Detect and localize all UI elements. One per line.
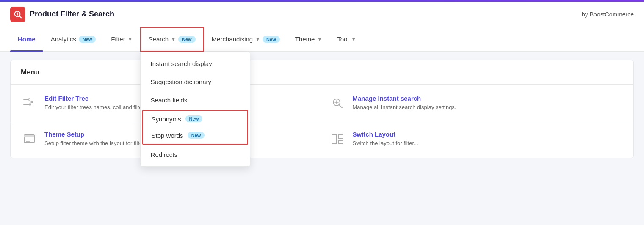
- nav-label-search: Search: [149, 36, 169, 43]
- nav-item-search[interactable]: Search ▼ New: [140, 27, 204, 52]
- filter-tree-icon: [21, 95, 38, 112]
- top-bar-left: Product Filter & Search: [10, 7, 114, 22]
- theme-setup-title[interactable]: Theme Setup: [44, 131, 149, 138]
- nav-search-wrapper: Search ▼ New Instant search display Sugg…: [140, 27, 204, 52]
- synonyms-label: Synonyms: [152, 115, 181, 123]
- svg-point-7: [28, 99, 30, 100]
- search-dropdown: Instant search display Suggestion dictio…: [140, 52, 250, 167]
- theme-setup-icon: [21, 131, 38, 148]
- nav-item-filter[interactable]: Filter ▼: [103, 27, 140, 52]
- svg-rect-18: [332, 134, 337, 144]
- dropdown-item-redirects[interactable]: Redirects: [141, 145, 250, 164]
- app-logo: [10, 7, 25, 22]
- top-bar: Product Filter & Search by BoostCommerce: [0, 2, 644, 27]
- menu-item-switch-layout: Switch Layout Switch the layout for filt…: [329, 131, 624, 148]
- nav-label-analytics: Analytics: [51, 36, 76, 43]
- theme-setup-desc: Setup filter theme with the layout for f…: [44, 140, 149, 147]
- main-content: Menu Edit Filter Tree Edit your f: [0, 60, 644, 158]
- nav-item-merchandising[interactable]: Merchandising ▼ New: [204, 27, 287, 52]
- merchandising-chevron-icon: ▼: [255, 37, 260, 42]
- theme-chevron-icon: ▼: [317, 37, 322, 42]
- svg-line-11: [339, 105, 342, 108]
- byline: by BoostCommerce: [582, 11, 634, 18]
- menu-card-body-2: Theme Setup Setup filter theme with the …: [11, 122, 633, 158]
- synonyms-badge: New: [185, 115, 203, 122]
- switch-layout-title[interactable]: Switch Layout: [353, 131, 418, 138]
- dropdown-item-suggestion-dictionary[interactable]: Suggestion dictionary: [141, 73, 250, 91]
- switch-layout-icon: [329, 131, 346, 148]
- stop-words-badge: New: [188, 132, 205, 139]
- svg-rect-5: [23, 102, 31, 102]
- svg-rect-4: [23, 99, 28, 100]
- menu-item-manage-instant-search: Manage Instant search Manage all Instant…: [329, 95, 624, 112]
- svg-rect-15: [24, 135, 34, 137]
- svg-point-8: [31, 101, 33, 103]
- dropdown-item-synonyms[interactable]: Synonyms New: [143, 111, 247, 127]
- manage-instant-search-desc: Manage all Instant search display settin…: [353, 104, 456, 111]
- suggestion-dictionary-label: Suggestion dictionary: [151, 78, 211, 85]
- synonyms-stopwords-group: Synonyms New Stop words New: [142, 110, 248, 145]
- redirects-label: Redirects: [151, 151, 177, 158]
- search-badge: New: [178, 36, 196, 43]
- nav-label-home: Home: [18, 36, 36, 43]
- manage-instant-search-text: Manage Instant search Manage all Instant…: [353, 95, 456, 111]
- menu-card-body: Edit Filter Tree Edit your filter trees …: [11, 85, 633, 122]
- svg-rect-20: [338, 140, 343, 144]
- stop-words-label: Stop words: [152, 132, 183, 139]
- nav-label-theme: Theme: [295, 36, 315, 43]
- svg-rect-19: [338, 134, 343, 139]
- app-title: Product Filter & Search: [30, 10, 114, 19]
- svg-point-9: [29, 104, 31, 105]
- nav-item-home[interactable]: Home: [10, 27, 43, 52]
- nav-item-analytics[interactable]: Analytics New: [43, 27, 104, 52]
- svg-rect-6: [23, 104, 29, 105]
- dropdown-item-search-fields[interactable]: Search fields: [141, 91, 250, 109]
- manage-instant-search-title[interactable]: Manage Instant search: [353, 95, 456, 102]
- dropdown-item-stop-words[interactable]: Stop words New: [143, 127, 247, 144]
- instant-search-display-label: Instant search display: [151, 60, 212, 67]
- nav-item-tool[interactable]: Tool ▼: [329, 27, 363, 52]
- nav-item-theme[interactable]: Theme ▼: [287, 27, 330, 52]
- dropdown-item-instant-search-display[interactable]: Instant search display: [141, 55, 250, 73]
- nav-label-filter: Filter: [111, 36, 125, 43]
- menu-card-header: Menu: [11, 60, 633, 85]
- svg-line-1: [19, 16, 22, 18]
- menu-card: Menu Edit Filter Tree Edit your f: [10, 60, 634, 158]
- search-chevron-icon: ▼: [171, 37, 176, 42]
- theme-setup-text: Theme Setup Setup filter theme with the …: [44, 131, 149, 147]
- switch-layout-text: Switch Layout Switch the layout for filt…: [353, 131, 418, 147]
- switch-layout-desc: Switch the layout for filter...: [353, 140, 418, 147]
- tool-chevron-icon: ▼: [351, 37, 356, 42]
- nav-label-tool: Tool: [337, 36, 349, 43]
- filter-chevron-icon: ▼: [128, 37, 133, 42]
- analytics-badge: New: [79, 36, 96, 43]
- instant-search-icon: [329, 95, 346, 112]
- search-fields-label: Search fields: [151, 96, 188, 104]
- nav: Home Analytics New Filter ▼ Search ▼ New…: [0, 27, 644, 52]
- merchandising-badge: New: [263, 36, 280, 43]
- nav-label-merchandising: Merchandising: [212, 36, 253, 43]
